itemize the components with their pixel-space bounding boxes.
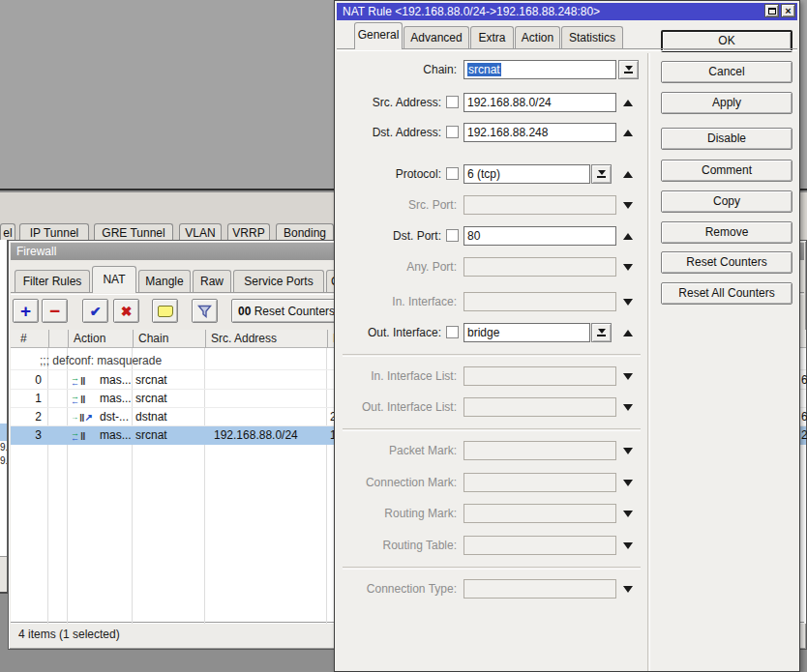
dst-port-checkbox[interactable]: [446, 229, 459, 242]
disable-rule-button[interactable]: ✖: [113, 299, 139, 323]
out-interface-dropdown-button[interactable]: [591, 323, 612, 342]
dst-port-label: Dst. Port:: [335, 226, 441, 246]
protocol-collapse[interactable]: [621, 164, 635, 184]
copy-button[interactable]: Copy: [661, 190, 792, 213]
dst-address-checkbox[interactable]: [446, 126, 459, 138]
enable-rule-button[interactable]: ✔: [82, 299, 108, 323]
field-dst-address: Dst. Address: 192.168.88.248: [335, 123, 647, 142]
dialog-title-bar[interactable]: NAT Rule <192.168.88.0/24->192.168.88.24…: [337, 3, 797, 20]
remove-rule-button[interactable]: −: [42, 299, 68, 323]
comment-button[interactable]: Comment: [661, 160, 792, 182]
chain-label: Chain:: [335, 60, 457, 79]
tab-filter-rules[interactable]: Filter Rules: [15, 270, 90, 293]
tab-raw[interactable]: Raw: [193, 270, 231, 293]
reset-all-counters-button-label: Reset All Counters: [678, 286, 774, 300]
dst-address-value: 192.168.88.248: [467, 126, 548, 139]
in-interface-input: [463, 292, 616, 311]
up-arrow-icon: [623, 100, 633, 106]
row-number: 3: [13, 426, 42, 445]
routing-table-label: Routing Table:: [335, 536, 457, 555]
tab-advanced[interactable]: Advanced: [404, 26, 469, 49]
packet-mark-input: [463, 441, 616, 460]
close-button[interactable]: ×: [781, 4, 795, 17]
tab-ip-tunnel-label: IP Tunnel: [30, 226, 78, 240]
dst-address-input[interactable]: 192.168.88.248: [463, 123, 616, 142]
tab-nat[interactable]: NAT: [92, 266, 136, 293]
dropdown-bar: [597, 176, 606, 178]
tab-extra-label: Extra: [478, 31, 505, 44]
header-flags[interactable]: [49, 330, 69, 348]
header-src-address[interactable]: Src. Address: [206, 330, 328, 348]
row-edge-fragment: 6.: [801, 408, 807, 426]
background-tab-fragment-label: el: [3, 226, 12, 240]
row-number: 2: [13, 408, 42, 426]
out-interface-checkbox[interactable]: [446, 326, 459, 338]
cancel-button[interactable]: Cancel: [661, 61, 792, 83]
chain-input[interactable]: srcnat: [463, 60, 616, 79]
header-chain[interactable]: Chain: [134, 330, 206, 348]
tab-filter-rules-label: Filter Rules: [23, 275, 82, 288]
out-interface-input[interactable]: bridge: [463, 323, 590, 342]
down-arrow-icon: [623, 404, 633, 411]
protocol-dropdown-button[interactable]: [591, 164, 612, 184]
dst-port-collapse[interactable]: [621, 226, 635, 246]
tab-mangle[interactable]: Mangle: [138, 270, 191, 293]
routing-table-input: [463, 536, 616, 555]
background-statusbar-fragment: [0, 556, 8, 594]
chain-value: srcnat: [467, 63, 501, 76]
header-number[interactable]: #: [11, 330, 49, 348]
chain-dropdown-button[interactable]: [618, 60, 639, 79]
row-edge-fragment: 6.4: [801, 371, 807, 390]
filter-button[interactable]: [192, 299, 218, 323]
remove-button[interactable]: Remove: [661, 221, 792, 244]
in-interface-list-input: [463, 366, 616, 386]
tab-general[interactable]: General: [354, 22, 403, 49]
field-in-interface: In. Interface:: [335, 292, 647, 311]
header-action[interactable]: Action: [69, 330, 134, 348]
maximize-button[interactable]: [764, 4, 779, 17]
protocol-input[interactable]: 6 (tcp): [463, 164, 590, 184]
apply-button-label: Apply: [712, 96, 741, 109]
up-arrow-icon: [623, 233, 633, 240]
tab-bonding-label: Bonding: [284, 226, 326, 240]
tab-service-ports[interactable]: Service Ports: [233, 270, 324, 293]
dropdown-bar: [597, 335, 606, 336]
add-rule-button[interactable]: +: [13, 299, 39, 323]
up-arrow-icon: [623, 330, 633, 336]
tab-service-ports-label: Service Ports: [244, 275, 313, 288]
disable-button[interactable]: Disable: [661, 128, 792, 150]
disable-button-label: Disable: [707, 131, 746, 145]
src-address-input[interactable]: 192.168.88.0/24: [463, 93, 616, 112]
protocol-checkbox[interactable]: [446, 167, 459, 180]
comment-text: ;;; defconf: masquerade: [40, 352, 162, 370]
tab-action[interactable]: Action: [515, 26, 560, 49]
masquerade-icon: →←‖: [71, 371, 85, 390]
out-interface-collapse[interactable]: [621, 323, 635, 342]
protocol-label: Protocol:: [335, 164, 441, 184]
field-chain: Chain: srcnat: [335, 60, 647, 79]
routing-mark-label: Routing Mark:: [335, 504, 457, 523]
down-arrow-icon: [623, 542, 633, 549]
reset-counters-button[interactable]: Reset Counters: [661, 251, 792, 274]
plus-icon: +: [20, 302, 31, 320]
tab-statistics[interactable]: Statistics: [561, 26, 623, 49]
close-icon: ×: [785, 5, 791, 16]
src-address-checkbox[interactable]: [446, 96, 459, 108]
in-interface-list-label: In. Interface List:: [335, 366, 457, 386]
dialog-title: NAT Rule <192.168.88.0/24->192.168.88.24…: [343, 5, 600, 18]
dst-port-input[interactable]: 80: [463, 226, 616, 246]
reset-counters-prefix: 00: [238, 305, 251, 318]
masquerade-icon: →←‖: [71, 426, 85, 445]
field-connection-mark: Connection Mark:: [335, 473, 647, 492]
reset-all-counters-button[interactable]: Reset All Counters: [661, 282, 792, 305]
nat-rule-dialog: NAT Rule <192.168.88.0/24->192.168.88.24…: [334, 0, 800, 672]
background-row-fragment: 9.: [0, 455, 8, 466]
dst-address-collapse[interactable]: [621, 123, 635, 142]
down-arrow-icon: [623, 448, 633, 454]
note-icon: [158, 306, 173, 317]
src-address-collapse[interactable]: [621, 93, 635, 112]
apply-button[interactable]: Apply: [661, 92, 792, 114]
tab-extra[interactable]: Extra: [470, 26, 514, 49]
comment-rule-button[interactable]: [152, 299, 178, 323]
dst-port-value: 80: [467, 229, 480, 243]
